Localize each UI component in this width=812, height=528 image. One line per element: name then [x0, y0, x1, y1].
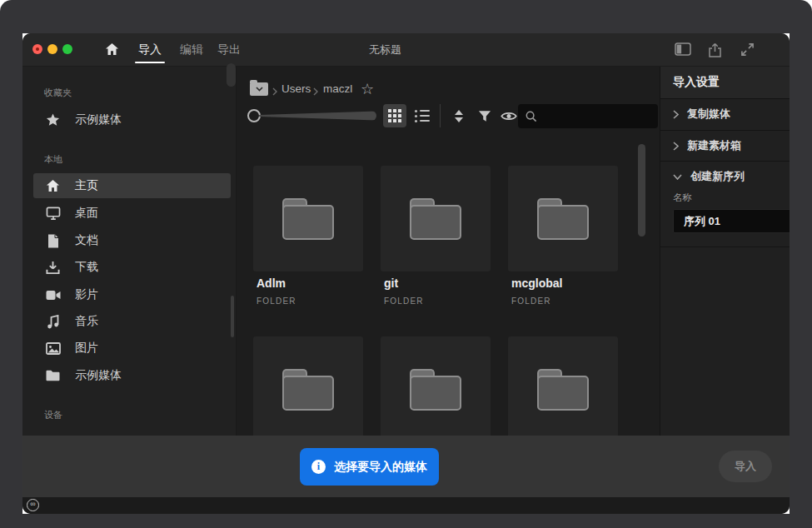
fullscreen-icon[interactable]: [740, 42, 755, 60]
folder-tile[interactable]: [253, 336, 363, 436]
status-bar: ∞: [22, 497, 790, 514]
folder-kind: FOLDER: [384, 296, 424, 306]
star-icon: [45, 113, 61, 127]
folder-icon: [45, 370, 61, 381]
title-bar: 导入 编辑 导出 无标题 - 已编辑: [22, 33, 790, 67]
sidebar-item-home[interactable]: 主页: [33, 173, 231, 198]
folder-tile[interactable]: [508, 336, 618, 436]
close-window-button[interactable]: [32, 44, 42, 54]
sidebar-item-movies[interactable]: 影片: [33, 282, 231, 307]
search-input[interactable]: [542, 109, 645, 123]
sidebar-item-music[interactable]: 音乐: [33, 309, 231, 334]
grid-view-icon: [388, 109, 401, 122]
folder-tile-mcglobal[interactable]: [508, 166, 618, 271]
folder-icon: [282, 369, 334, 411]
video-camera-icon: [45, 290, 61, 301]
desktop-icon: [45, 207, 61, 220]
section-header-favorites: 收藏夹: [44, 87, 72, 99]
folder-tile-git[interactable]: [381, 166, 491, 271]
section-header-local: 本地: [44, 153, 62, 166]
sidebar-item-downloads[interactable]: 下载: [33, 255, 231, 280]
section-copy-media[interactable]: 复制媒体: [660, 98, 790, 130]
document-icon: [45, 234, 61, 248]
sidebar: 收藏夹 示例媒体 本地 主页: [22, 67, 237, 436]
tab-edit[interactable]: 编辑: [175, 33, 208, 66]
file-browser: Users maczl ☆: [237, 67, 660, 436]
chevron-right-icon: [673, 110, 679, 119]
breadcrumb-users[interactable]: Users: [281, 78, 311, 100]
section-new-bin[interactable]: 新建素材箱: [660, 130, 790, 162]
sequence-name-label: 名称: [673, 192, 692, 204]
section-create-sequence[interactable]: 创建新序列: [660, 161, 790, 192]
tab-export[interactable]: 导出: [212, 33, 246, 66]
sidebar-resize-handle[interactable]: [227, 63, 236, 87]
zoom-window-button[interactable]: [62, 44, 72, 54]
breadcrumb-maczl[interactable]: maczl: [323, 78, 352, 100]
folder-name: mcglobal: [511, 276, 562, 290]
chevron-down-icon: [673, 174, 682, 180]
folder-kind: FOLDER: [257, 296, 296, 306]
panel-title: 导入设置: [673, 75, 720, 90]
folder-icon: [410, 198, 461, 240]
import-button[interactable]: 导入: [719, 451, 772, 482]
folder-name: git: [384, 276, 398, 290]
sidebar-scrollbar[interactable]: [231, 296, 234, 337]
music-note-icon: [45, 315, 61, 329]
folder-icon: [537, 369, 589, 411]
sequence-name-input[interactable]: [673, 209, 790, 233]
home-icon: [45, 179, 61, 192]
favorite-star-icon[interactable]: ☆: [361, 78, 374, 100]
breadcrumb-folder-dropdown[interactable]: [250, 82, 268, 96]
search-field[interactable]: [518, 104, 658, 128]
home-icon[interactable]: [105, 42, 119, 59]
search-icon: [526, 111, 537, 122]
grid-view-button[interactable]: [383, 104, 406, 127]
toggle-panel-icon[interactable]: [675, 42, 691, 59]
minimize-window-button[interactable]: [47, 44, 57, 54]
import-settings-panel: 导入设置 复制媒体 新建素材箱: [660, 67, 790, 436]
folder-icon: [410, 369, 461, 411]
sidebar-item-documents[interactable]: 文档: [33, 228, 231, 253]
tab-import[interactable]: 导入: [133, 33, 167, 66]
toolbar-separator: [440, 104, 441, 127]
share-icon[interactable]: [708, 42, 722, 61]
thumbnail-zoom-slider-handle[interactable]: [247, 109, 261, 122]
list-view-button[interactable]: [411, 104, 434, 127]
content-scrollbar[interactable]: [638, 144, 645, 237]
chevron-right-icon: [673, 142, 679, 151]
action-bar: i 选择要导入的媒体 导入: [22, 436, 790, 497]
folder-kind: FOLDER: [511, 296, 551, 306]
eye-icon: [501, 111, 517, 122]
list-view-icon: [415, 110, 430, 122]
download-icon: [45, 261, 61, 275]
folder-name: Adlm: [257, 276, 286, 290]
sort-icon: [455, 110, 463, 122]
creative-cloud-icon[interactable]: ∞: [27, 499, 39, 511]
document-title: 无标题 - 已编辑: [369, 33, 408, 66]
preview-toggle-button[interactable]: [497, 104, 521, 127]
folder-icon: [282, 198, 334, 240]
sidebar-item-desktop[interactable]: 桌面: [33, 201, 231, 226]
sidebar-item-pictures[interactable]: 图片: [33, 336, 231, 361]
section-header-devices: 设备: [44, 409, 62, 421]
filter-button[interactable]: [473, 104, 496, 127]
info-icon: i: [311, 460, 326, 474]
desktop-background: 导入 编辑 导出 无标题 - 已编辑: [0, 0, 812, 528]
chevron-right-icon: [313, 84, 318, 99]
folder-tile[interactable]: [381, 336, 491, 436]
sidebar-item-sample-media[interactable]: 示例媒体: [33, 363, 231, 388]
select-media-button[interactable]: i 选择要导入的媒体: [300, 448, 439, 486]
funnel-icon: [478, 110, 491, 122]
thumbnail-zoom-slider-track[interactable]: [259, 111, 376, 121]
folder-tile-adlm[interactable]: [253, 166, 363, 271]
chevron-right-icon: [272, 84, 277, 99]
folder-icon: [537, 198, 589, 240]
sort-button[interactable]: [447, 104, 471, 127]
image-icon: [45, 342, 61, 355]
sidebar-item-sample-media-favorite[interactable]: 示例媒体: [33, 107, 231, 132]
app-window: 导入 编辑 导出 无标题 - 已编辑: [22, 33, 790, 514]
